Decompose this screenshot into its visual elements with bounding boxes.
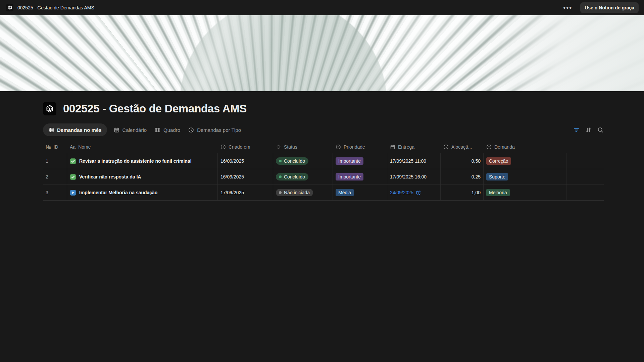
cell-alocacao[interactable]: 0,50	[441, 153, 484, 169]
number-icon: №	[46, 144, 51, 150]
status-dot	[279, 175, 282, 178]
window-title: 002525 - Gestão de Demandas AMS	[17, 5, 94, 10]
demand-tag: Correção	[486, 157, 511, 165]
play-icon	[70, 190, 76, 196]
cell-prioridade[interactable]: Importante	[333, 153, 387, 169]
table-row[interactable]: 2 Verificar não resposta da IA 16/09/202…	[43, 169, 604, 185]
cell-demanda[interactable]: Correção	[484, 153, 566, 169]
cell-alocacao[interactable]: 1,00	[441, 185, 484, 200]
status-dot	[279, 191, 282, 194]
cell-status[interactable]: Concluído	[273, 169, 333, 185]
view-tabs: Demandas no mês Calendário Quadro Dema	[43, 123, 644, 136]
cell-alocacao[interactable]: 0,25	[441, 169, 484, 185]
priority-tag: Importante	[336, 157, 363, 165]
cell-prioridade[interactable]: Média	[333, 185, 387, 200]
tab-quadro[interactable]: Quadro	[151, 123, 184, 136]
tab-label: Calendário	[122, 127, 147, 133]
cell-entrega[interactable]: 17/09/2025 16:00	[387, 169, 441, 185]
page-title: 002525 - Gestão de Demandas AMS	[63, 102, 247, 115]
cell-id: 3	[43, 185, 67, 200]
pie-view-icon	[188, 127, 194, 133]
cell-nome[interactable]: Implementar Melhoria na saudação	[67, 185, 218, 200]
cell-empty	[566, 153, 604, 169]
column-header-status[interactable]: Status	[273, 141, 333, 153]
column-header-prioridade[interactable]: Prioridade	[333, 141, 387, 153]
cell-id: 1	[43, 153, 67, 169]
status-burst-icon	[276, 144, 281, 150]
page-icon[interactable]	[43, 102, 56, 115]
cell-status[interactable]: Não iniciada	[273, 185, 333, 200]
page-content: 002525 - Gestão de Demandas AMS Demandas…	[0, 101, 644, 201]
sort-icon[interactable]	[585, 127, 592, 133]
status-badge: Não iniciada	[276, 189, 313, 196]
column-header-nome[interactable]: Aa Nome	[67, 141, 218, 153]
priority-tag: Importante	[336, 173, 363, 180]
notion-logo-icon	[6, 4, 13, 11]
status-dot	[279, 160, 282, 162]
demand-tag: Suporte	[486, 173, 508, 180]
column-header-criado-em[interactable]: Criado em	[218, 141, 273, 153]
demand-tag: Melhoria	[486, 189, 510, 196]
cell-nome[interactable]: Revisar a instrução do assistente no fun…	[67, 153, 218, 169]
table-view-icon	[48, 127, 54, 133]
clock-icon	[443, 144, 449, 150]
select-icon	[486, 144, 492, 150]
use-notion-free-button[interactable]: Use o Notion de graça	[580, 2, 639, 13]
tab-demandas-no-mes[interactable]: Demandas no mês	[43, 123, 107, 136]
column-header-id[interactable]: № ID	[43, 141, 67, 153]
calendar-view-icon	[114, 127, 119, 133]
table-row[interactable]: 1 Revisar a instrução do assistente no f…	[43, 153, 604, 169]
cell-id: 2	[43, 169, 67, 185]
text-icon: Aa	[70, 144, 76, 150]
more-options-icon[interactable]: •••	[561, 5, 574, 11]
clock-icon	[220, 144, 226, 150]
tab-demandas-por-tipo[interactable]: Demandas por Tipo	[184, 123, 245, 136]
cell-demanda[interactable]: Suporte	[484, 169, 566, 185]
cell-empty	[566, 169, 604, 185]
cell-entrega[interactable]: 24/09/2025	[387, 185, 441, 200]
cell-prioridade[interactable]: Importante	[333, 169, 387, 185]
tab-label: Quadro	[163, 127, 180, 133]
cell-nome[interactable]: Verificar não resposta da IA	[67, 169, 218, 185]
table-row[interactable]: 3 Implementar Melhoria na saudação 17/09…	[43, 185, 604, 201]
cell-status[interactable]: Concluído	[273, 153, 333, 169]
column-header-alocacao[interactable]: Alocaçã...	[441, 141, 484, 153]
cell-entrega[interactable]: 17/09/2025 11:00	[387, 153, 441, 169]
checkbox-checked-icon	[70, 174, 76, 180]
column-header-empty	[566, 141, 604, 153]
filter-icon[interactable]	[573, 127, 580, 133]
cell-demanda[interactable]: Melhoria	[484, 185, 566, 200]
page-cover-image	[0, 15, 644, 91]
tab-label: Demandas no mês	[57, 127, 102, 133]
demands-table: № ID Aa Nome Criado em Status Prioridade	[43, 141, 604, 201]
search-icon[interactable]	[597, 127, 604, 133]
cell-criado-em[interactable]: 16/09/2025	[218, 169, 273, 185]
checkbox-checked-icon	[70, 158, 76, 164]
board-view-icon	[155, 127, 160, 133]
table-header-row: № ID Aa Nome Criado em Status Prioridade	[43, 141, 604, 153]
tab-label: Demandas por Tipo	[197, 127, 241, 133]
cover-sheen	[0, 15, 644, 91]
select-icon	[336, 144, 341, 150]
tab-calendario[interactable]: Calendário	[110, 123, 151, 136]
priority-tag: Média	[336, 189, 354, 196]
cell-empty	[566, 185, 604, 200]
status-badge: Concluído	[276, 173, 308, 180]
column-header-entrega[interactable]: Entrega	[387, 141, 441, 153]
status-badge: Concluído	[276, 157, 308, 165]
cell-criado-em[interactable]: 16/09/2025	[218, 153, 273, 169]
column-header-demanda[interactable]: Demanda	[484, 141, 566, 153]
calendar-icon	[390, 144, 395, 150]
cell-criado-em[interactable]: 17/09/2025	[218, 185, 273, 200]
topbar: 002525 - Gestão de Demandas AMS ••• Use …	[0, 0, 644, 15]
alarm-clock-icon	[415, 190, 421, 196]
